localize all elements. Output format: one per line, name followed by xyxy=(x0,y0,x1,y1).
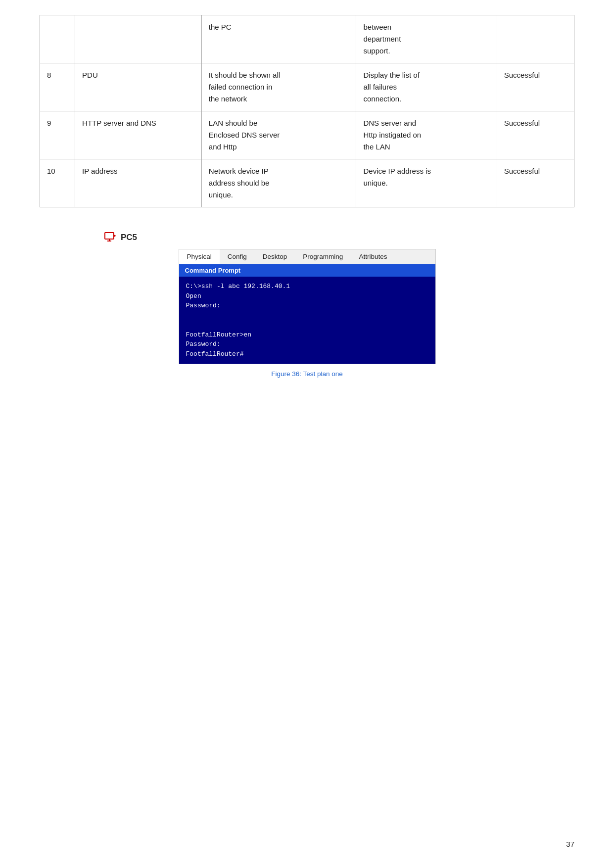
tab-attributes[interactable]: Attributes xyxy=(351,249,395,264)
row-name xyxy=(75,15,202,63)
tab-programming[interactable]: Programming xyxy=(295,249,351,264)
tab-physical[interactable]: Physical xyxy=(179,249,220,264)
terminal-line: Password: xyxy=(186,339,428,349)
row-output: betweendepartmentsupport. xyxy=(356,15,497,63)
row-num: 9 xyxy=(40,111,75,159)
row-input: the PC xyxy=(201,15,356,63)
pc5-section: PC5 Physical Config Desktop Programming … xyxy=(40,232,574,378)
tab-config[interactable]: Config xyxy=(220,249,255,264)
test-plan-table: the PC betweendepartmentsupport. 8 PDU I… xyxy=(40,15,574,207)
row-output: Display the list ofall failuresconnectio… xyxy=(356,63,497,111)
row-output: DNS server andHttp instigated onthe LAN xyxy=(356,111,497,159)
table-row: 10 IP address Network device IPaddress s… xyxy=(40,159,574,207)
figure-caption: Figure 36: Test plan one xyxy=(271,370,343,378)
row-num: 8 xyxy=(40,63,75,111)
pc5-header: PC5 xyxy=(104,232,137,243)
terminal-line: FootfallRouter# xyxy=(186,349,428,359)
pc5-title: PC5 xyxy=(121,233,137,242)
command-prompt-label: Command Prompt xyxy=(179,264,435,277)
terminal-line: Open xyxy=(186,291,428,301)
terminal-line: Password: xyxy=(186,301,428,311)
table-row: 9 HTTP server and DNS LAN should beEnclo… xyxy=(40,111,574,159)
row-num: 10 xyxy=(40,159,75,207)
pc5-icon xyxy=(104,232,117,243)
row-status xyxy=(497,15,574,63)
row-input: Network device IPaddress should beunique… xyxy=(201,159,356,207)
svg-rect-0 xyxy=(105,233,114,239)
pc5-tabs: Physical Config Desktop Programming Attr… xyxy=(179,249,435,264)
table-row: the PC betweendepartmentsupport. xyxy=(40,15,574,63)
row-name: IP address xyxy=(75,159,202,207)
pc5-terminal[interactable]: C:\>ssh -l abc 192.168.40.1 Open Passwor… xyxy=(179,277,435,364)
row-name: PDU xyxy=(75,63,202,111)
table-row: 8 PDU It should be shown allfailed conne… xyxy=(40,63,574,111)
row-num xyxy=(40,15,75,63)
terminal-line: C:\>ssh -l abc 192.168.40.1 xyxy=(186,282,428,291)
row-input: LAN should beEnclosed DNS serverand Http xyxy=(201,111,356,159)
terminal-line xyxy=(186,320,428,330)
terminal-line xyxy=(186,311,428,321)
tab-desktop[interactable]: Desktop xyxy=(255,249,295,264)
row-name: HTTP server and DNS xyxy=(75,111,202,159)
pc5-window: Physical Config Desktop Programming Attr… xyxy=(179,249,436,364)
terminal-line: FootfallRouter>en xyxy=(186,330,428,340)
row-output: Device IP address isunique. xyxy=(356,159,497,207)
row-input: It should be shown allfailed connection … xyxy=(201,63,356,111)
row-status: Successful xyxy=(497,111,574,159)
row-status: Successful xyxy=(497,63,574,111)
row-status: Successful xyxy=(497,159,574,207)
page-number: 37 xyxy=(566,840,574,848)
